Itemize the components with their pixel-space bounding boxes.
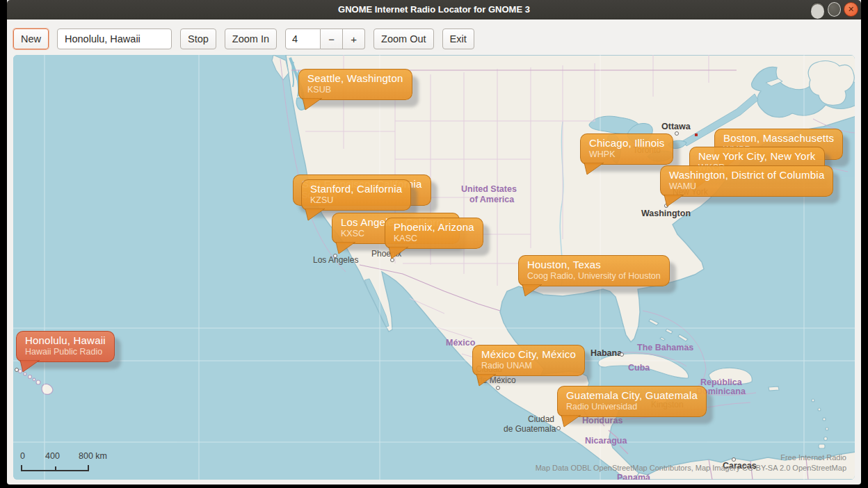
map-label-mexico: México xyxy=(446,338,475,348)
map-label-bahamas: The Bahamas xyxy=(637,343,693,352)
town-marker-ottawa xyxy=(675,131,679,136)
window-title: GNOME Internet Radio Locator for GNOME 3 xyxy=(7,0,861,19)
callout-bubble: Phoenix, Arizona KASC xyxy=(385,218,483,249)
map-label-usa-2: of America xyxy=(469,195,514,204)
scale-bar: 0 400 800 km xyxy=(19,451,109,475)
callout-title: Guatemala City, Guatemala xyxy=(566,389,698,402)
map-label-nicaragua: Nicaragua xyxy=(585,436,627,446)
map-label-washington: Washington xyxy=(641,209,691,218)
scale-tick-400: 400 xyxy=(45,451,60,461)
scale-tick-0: 0 xyxy=(20,451,25,461)
map-tiles xyxy=(13,55,855,480)
maximize-icon xyxy=(828,2,841,17)
callout-title: Houston, Texas xyxy=(527,259,661,271)
callout-subtitle: WHPK xyxy=(589,149,664,160)
callout-phoenix[interactable]: Phoenix, Arizona KASC xyxy=(385,218,483,249)
callout-bubble: Stanford, California KZSU xyxy=(301,179,411,211)
new-button[interactable]: New xyxy=(13,29,49,49)
zoom-level-value[interactable]: 4 xyxy=(285,29,321,49)
maximize-button[interactable] xyxy=(827,2,842,17)
zoom-out-button[interactable]: Zoom Out xyxy=(373,29,433,49)
callout-title: Phoenix, Arizona xyxy=(394,221,474,234)
map-label-panama: Panamá xyxy=(617,473,650,480)
callout-honolulu[interactable]: Honolulu, Hawaii Hawaii Public Radio xyxy=(16,331,115,362)
attribution-osm: Map Data ODBL OpenStreetMap Contributors… xyxy=(536,464,846,472)
map-label-guatemala-city-2: de Guatemala xyxy=(504,424,556,434)
scale-tick-800: 800 km xyxy=(79,451,107,461)
callout-subtitle: WAMU xyxy=(669,181,824,192)
location-input[interactable] xyxy=(57,29,172,49)
callout-seattle[interactable]: Seattle, Washington KSUB xyxy=(298,69,412,100)
callout-bubble: Houston, Texas Coog Radio, University of… xyxy=(518,255,670,286)
callout-bubble: Washington, District of Columbia WAMU xyxy=(660,165,833,197)
callout-title: Stanford, California xyxy=(310,183,402,195)
zoom-increment-button[interactable]: + xyxy=(343,29,365,49)
map-label-guatemala-city-1: Ciudad xyxy=(528,414,554,424)
callout-tail xyxy=(560,415,581,428)
callout-houston[interactable]: Houston, Texas Coog Radio, University of… xyxy=(518,255,670,286)
map-label-ottawa: Ottawa xyxy=(661,122,691,131)
callout-subtitle: KZSU xyxy=(310,195,402,206)
town-marker-caracas xyxy=(732,457,736,462)
minimize-icon xyxy=(811,4,824,19)
scale-rule xyxy=(21,465,89,471)
titlebar[interactable]: GNOME Internet Radio Locator for GNOME 3… xyxy=(7,0,861,19)
callout-subtitle: Radio UNAM xyxy=(481,361,576,371)
callout-bubble: Seattle, Washington KSUB xyxy=(298,69,412,100)
callout-title: New York City, New York xyxy=(698,150,816,163)
close-icon: ✕ xyxy=(844,2,858,17)
callout-tail xyxy=(301,98,322,111)
callout-stanford[interactable]: Stanford, California KZSU xyxy=(301,179,411,211)
attribution-radio: Free Internet Radio xyxy=(780,453,846,462)
callout-washington-dc[interactable]: Washington, District of Columbia WAMU xyxy=(660,165,833,197)
town-marker-cdmx xyxy=(496,386,500,390)
zoom-in-button[interactable]: Zoom In xyxy=(225,29,277,49)
callout-title: Seattle, Washington xyxy=(307,72,403,85)
callout-bubble: México City, México Radio UNAM xyxy=(472,345,585,376)
callout-title: Honolulu, Hawaii xyxy=(25,334,106,347)
toolbar: New Stop Zoom In 4 − + Zoom Out Exit xyxy=(7,19,861,55)
zoom-decrement-button[interactable]: − xyxy=(321,29,343,49)
map-label-cuba: Cuba xyxy=(628,363,650,373)
map-label-habana: Habana xyxy=(590,348,622,358)
callout-tail xyxy=(663,195,684,207)
minimize-button[interactable] xyxy=(810,2,825,17)
callout-tail xyxy=(475,374,496,387)
map-label-usa-1: United States xyxy=(461,184,517,194)
town-marker-habana xyxy=(620,352,624,357)
callout-tail xyxy=(521,284,542,297)
callout-tail xyxy=(387,247,408,259)
callout-tail xyxy=(19,360,40,373)
callout-tail xyxy=(335,242,355,254)
callout-bubble: Guatemala City, Guatemala Radio Universi… xyxy=(557,386,707,417)
callout-title: Chicago, Illinois xyxy=(589,137,664,149)
callout-tail xyxy=(304,209,325,221)
callout-title: México City, México xyxy=(481,348,576,361)
callout-title: Boston, Massachusetts xyxy=(723,132,834,145)
callout-subtitle: Coog Radio, University of Houston xyxy=(527,271,661,282)
close-button[interactable]: ✕ xyxy=(844,2,858,17)
zoom-level-spinner: 4 − + xyxy=(285,29,365,49)
callout-title: Washington, District of Columbia xyxy=(669,169,824,181)
callout-subtitle: Hawaii Public Radio xyxy=(25,347,106,357)
callout-bubble: Honolulu, Hawaii Hawaii Public Radio xyxy=(16,331,115,362)
map-label-honduras: Honduras xyxy=(582,416,622,425)
app-window: GNOME Internet Radio Locator for GNOME 3… xyxy=(7,0,861,485)
exit-button[interactable]: Exit xyxy=(442,29,474,49)
stop-button[interactable]: Stop xyxy=(180,29,216,49)
callout-tail xyxy=(583,163,604,175)
callout-subtitle: KSUB xyxy=(307,85,403,95)
callout-guatemala-city[interactable]: Guatemala City, Guatemala Radio Universi… xyxy=(557,386,707,417)
callout-chicago[interactable]: Chicago, Illinois WHPK xyxy=(580,133,673,165)
callout-mexico-city[interactable]: México City, México Radio UNAM xyxy=(472,345,585,376)
callout-subtitle: Radio Universidad xyxy=(566,402,698,412)
callout-bubble: Chicago, Illinois WHPK xyxy=(580,133,673,165)
poi-marker xyxy=(695,133,698,136)
map-canvas[interactable]: Ottawa Toronto Washington United States … xyxy=(13,55,855,480)
callout-subtitle: KASC xyxy=(394,234,474,244)
